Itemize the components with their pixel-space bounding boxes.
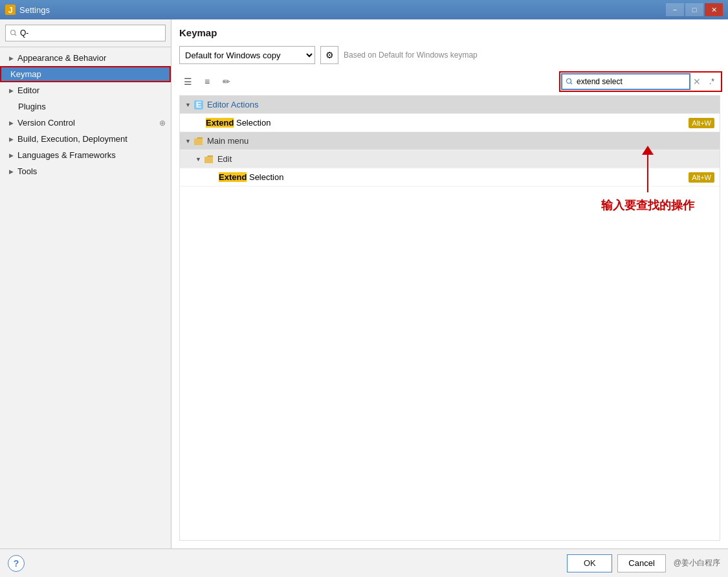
- chevron-right-icon: ▶: [9, 136, 14, 142]
- tree-item-extend-selection-1[interactable]: Extend Selection Alt+W: [180, 114, 720, 132]
- cancel-button[interactable]: Cancel: [617, 554, 665, 572]
- content-area: Keymap Default for Windows copy Default …: [171, 19, 728, 549]
- maximize-button[interactable]: □: [685, 3, 703, 16]
- sidebar-item-editor[interactable]: ▶ Editor: [0, 82, 171, 98]
- page-title: Keymap: [179, 27, 720, 38]
- watermark-text: @姜小白程序: [674, 558, 720, 569]
- tree-subgroup-label: Edit: [217, 154, 232, 164]
- sidebar: ▶ Appearance & Behavior Keymap ▶ Editor …: [0, 19, 171, 549]
- close-button[interactable]: ✕: [705, 3, 723, 16]
- ok-button[interactable]: OK: [567, 554, 612, 572]
- sidebar-item-keymap[interactable]: Keymap: [0, 66, 171, 82]
- sidebar-item-label: Build, Execution, Deployment: [17, 134, 127, 144]
- tree-group-editor-actions[interactable]: ▼ E Editor Actions: [180, 96, 720, 114]
- sidebar-search-input[interactable]: [5, 25, 166, 41]
- tree-group-main-menu[interactable]: ▼ Main menu: [180, 132, 720, 150]
- tree-item-extend-selection-2[interactable]: Extend Selection Alt+W: [180, 168, 720, 187]
- sidebar-item-label: Languages & Frameworks: [17, 150, 116, 160]
- editor-actions-icon: E: [193, 100, 204, 110]
- sidebar-item-label: Appearance & Behavior: [17, 53, 106, 63]
- shortcut-badge: Alt+W: [689, 118, 714, 128]
- footer: ? OK Cancel @姜小白程序: [0, 549, 728, 577]
- svg-rect-3: [204, 157, 213, 163]
- sidebar-item-label: Keymap: [10, 69, 41, 79]
- sidebar-item-versioncontrol[interactable]: ▶ Version Control ⊕: [0, 115, 171, 131]
- keymap-header: Default for Windows copy Default for Win…: [179, 46, 720, 64]
- tree-container: ▼ E Editor Actions Extend Selection Alt+…: [179, 95, 720, 541]
- highlight-extend: Extend: [206, 118, 234, 128]
- collapse-icon[interactable]: ▼: [185, 102, 191, 108]
- sidebar-search-box: [0, 19, 171, 47]
- svg-text:E: E: [196, 100, 202, 109]
- expand-all-button[interactable]: ≡: [199, 73, 215, 90]
- help-button[interactable]: ?: [8, 555, 25, 572]
- collapse-icon[interactable]: ▼: [195, 156, 201, 163]
- tree-item-label: Extend Selection: [219, 172, 283, 182]
- chevron-right-icon: ▶: [9, 55, 14, 62]
- tree-item-label: Extend Selection: [206, 118, 270, 128]
- window-controls: − □ ✕: [666, 3, 723, 16]
- collapse-icon[interactable]: ▼: [185, 138, 191, 144]
- window-title: Settings: [19, 5, 662, 15]
- sidebar-nav: ▶ Appearance & Behavior Keymap ▶ Editor …: [0, 47, 171, 549]
- help-button-container: ?: [8, 555, 25, 572]
- vcs-icon: ⊕: [159, 119, 166, 128]
- app-icon: J: [5, 5, 16, 15]
- main-container: ▶ Appearance & Behavior Keymap ▶ Editor …: [0, 19, 728, 549]
- tree-wrapper: ▼ E Editor Actions Extend Selection Alt+…: [179, 95, 720, 541]
- sidebar-item-label: Version Control: [17, 118, 157, 128]
- chevron-right-icon: ▶: [9, 168, 14, 175]
- tree-group-label: Main menu: [207, 136, 248, 146]
- minimize-button[interactable]: −: [666, 3, 684, 16]
- tree-group-label: Editor Actions: [207, 100, 259, 109]
- title-bar: J Settings − □ ✕: [0, 0, 728, 19]
- search-area: ✕ .*: [561, 73, 720, 90]
- chevron-right-icon: ▶: [9, 120, 14, 126]
- svg-rect-2: [194, 139, 203, 145]
- sidebar-item-build[interactable]: ▶ Build, Execution, Deployment: [0, 131, 171, 147]
- gear-button[interactable]: ⚙: [320, 46, 338, 64]
- tree-subgroup-edit[interactable]: ▼ Edit: [180, 150, 720, 168]
- based-on-text: Based on Default for Windows keymap: [344, 51, 478, 60]
- keymap-search-input[interactable]: [561, 73, 690, 90]
- chevron-right-icon: ▶: [9, 87, 14, 94]
- chevron-right-icon: ▶: [9, 152, 14, 159]
- edit-button[interactable]: ✏: [218, 73, 235, 90]
- highlight-extend-2: Extend: [219, 172, 247, 182]
- sidebar-item-tools[interactable]: ▶ Tools: [0, 163, 171, 179]
- shortcut-badge-2: Alt+W: [689, 172, 714, 183]
- main-menu-folder-icon: [193, 136, 204, 146]
- sidebar-item-label: Plugins: [18, 102, 46, 111]
- toolbar-row: ☰ ≡ ✏ ✕ .*: [179, 73, 720, 90]
- sidebar-item-languages[interactable]: ▶ Languages & Frameworks: [0, 147, 171, 163]
- regex-button[interactable]: .*: [703, 73, 720, 90]
- edit-folder-icon: [204, 154, 214, 164]
- sidebar-item-appearance[interactable]: ▶ Appearance & Behavior: [0, 50, 171, 66]
- sidebar-item-label: Editor: [17, 85, 39, 95]
- sidebar-item-label: Tools: [17, 166, 37, 176]
- keymap-select[interactable]: Default for Windows copy Default for Win…: [179, 46, 315, 64]
- sidebar-item-plugins[interactable]: Plugins: [0, 98, 171, 115]
- collapse-all-button[interactable]: ☰: [179, 73, 196, 90]
- clear-search-button[interactable]: ✕: [693, 76, 701, 87]
